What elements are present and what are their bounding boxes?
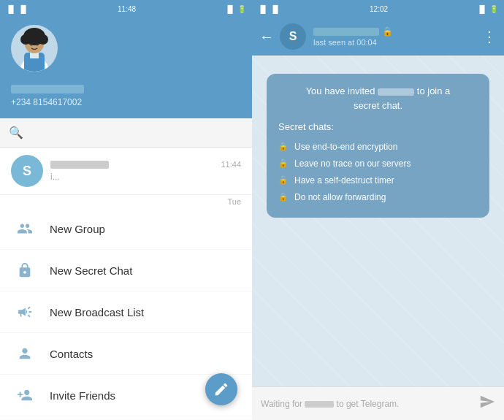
chat-name-row: 11:44	[50, 160, 241, 169]
right-status-battery: ▐▌ 🔋	[477, 5, 498, 13]
svg-point-8	[31, 44, 33, 46]
send-button[interactable]	[479, 394, 495, 413]
status-bar-left: ▐▌ ▐▌ 11:48 ▐▌ 🔋	[0, 0, 252, 18]
right-status-time: 12:02	[370, 5, 388, 13]
back-button[interactable]: ←	[259, 28, 274, 45]
feature-lock-2: 🔒	[278, 157, 289, 169]
menu-item-new-group[interactable]: New Group	[0, 208, 252, 250]
chat-header-name-blurred	[313, 28, 379, 36]
feature-no-forward: 🔒 Do not allow forwarding	[278, 191, 478, 204]
chat-preview-time: 11:44	[221, 160, 241, 169]
chat-header: ← S 🔒 last seen at 00:04 ⋮	[252, 18, 504, 56]
menu-item-contacts[interactable]: Contacts	[0, 333, 252, 375]
chat-header-avatar: S	[280, 23, 306, 50]
lock-icon	[15, 260, 35, 280]
menu-item-new-broadcast[interactable]: New Broadcast List	[0, 291, 252, 333]
profile-phone: +234 8154617002	[11, 97, 241, 107]
chat-header-name-row: 🔒	[313, 26, 482, 37]
svg-point-7	[28, 28, 40, 40]
status-bar-right: ▐▌ ▐▌ 12:02 ▐▌ 🔋	[252, 0, 504, 18]
menu-label-invite-friends: Invite Friends	[50, 389, 115, 402]
invited-line: You have invited to join asecret chat.	[278, 84, 478, 112]
chat-header-info: 🔒 last seen at 00:04	[313, 26, 482, 47]
menu-label-new-group: New Group	[50, 223, 105, 235]
search-icon: 🔍	[9, 126, 23, 140]
waiting-text: Waiting for to get Telegram.	[261, 399, 479, 409]
chat-header-status: last seen at 00:04	[313, 38, 482, 47]
chat-input-area: Waiting for to get Telegram.	[252, 386, 504, 420]
profile-name	[11, 85, 84, 93]
feature-no-trace: 🔒 Leave no trace on our servers	[278, 157, 478, 170]
chat-preview-avatar: S	[11, 155, 43, 187]
svg-rect-2	[30, 53, 39, 58]
contacts-icon	[15, 343, 35, 364]
avatar-area	[11, 25, 241, 72]
secret-chats-title: Secret chats:	[278, 120, 478, 134]
svg-point-9	[37, 44, 39, 46]
feature-lock-4: 🔒	[278, 191, 289, 203]
menu-item-settings[interactable]: Settings	[0, 416, 252, 420]
left-status-time: 11:48	[118, 5, 136, 13]
right-status-left: ▐▌ ▐▌	[258, 5, 280, 13]
left-panel: ▐▌ ▐▌ 11:48 ▐▌ 🔋	[0, 0, 252, 420]
feature-lock-1: 🔒	[278, 140, 289, 153]
chat-day: Tue	[0, 195, 252, 208]
feature-self-destruct: 🔒 Have a self-destruct timer	[278, 174, 478, 187]
left-header: +234 8154617002	[0, 18, 252, 118]
menu-item-new-secret-chat[interactable]: New Secret Chat	[0, 250, 252, 291]
invite-icon	[15, 385, 35, 405]
feature-lock-3: 🔒	[278, 174, 289, 186]
chat-preview-name	[50, 161, 109, 169]
chat-preview-item[interactable]: S 11:44 i...	[0, 148, 252, 195]
chat-messages-area[interactable]: You have invited to join asecret chat. S…	[252, 56, 504, 386]
search-bar[interactable]: 🔍	[0, 118, 252, 148]
group-icon	[15, 218, 35, 239]
chat-preview-info: 11:44 i...	[50, 160, 241, 182]
info-bubble: You have invited to join asecret chat. S…	[267, 74, 489, 218]
menu-label-new-secret-chat: New Secret Chat	[50, 264, 132, 277]
left-status-left: ▐▌ ▐▌	[6, 5, 28, 13]
feature-encryption: 🔒 Use end-to-end encryption	[278, 140, 478, 153]
menu-label-contacts: Contacts	[50, 348, 93, 360]
left-status-right: ▐▌ 🔋	[225, 5, 246, 13]
broadcast-icon	[15, 302, 35, 322]
menu-label-new-broadcast: New Broadcast List	[50, 306, 144, 318]
chat-lock-icon: 🔒	[382, 26, 393, 37]
right-panel: ▐▌ ▐▌ 12:02 ▐▌ 🔋 ← S 🔒 last seen at 00:0…	[252, 0, 504, 420]
profile-info: +234 8154617002	[11, 85, 241, 107]
avatar	[11, 25, 58, 72]
compose-fab[interactable]	[205, 373, 237, 405]
more-options-button[interactable]: ⋮	[482, 28, 497, 45]
chat-preview-msg: i...	[50, 172, 241, 182]
